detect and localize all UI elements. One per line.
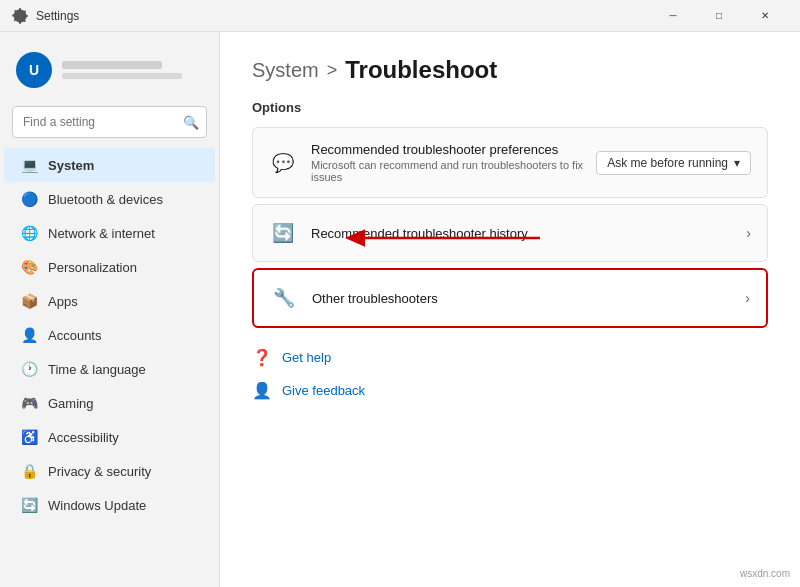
user-email <box>62 73 182 79</box>
setting-icon-recommended-prefs: 💬 <box>269 149 297 177</box>
nav-icon-time: 🕐 <box>20 360 38 378</box>
section-label: Options <box>252 100 768 115</box>
action-label-recommended-prefs: Ask me before running <box>607 156 728 170</box>
breadcrumb-separator: > <box>327 60 338 81</box>
breadcrumb-parent[interactable]: System <box>252 59 319 82</box>
nav-list: 💻 System🔵 Bluetooth & devices🌐 Network &… <box>0 148 219 522</box>
nav-label-windowsupdate: Windows Update <box>48 498 146 513</box>
breadcrumb-current: Troubleshoot <box>345 56 497 84</box>
nav-icon-personalization: 🎨 <box>20 258 38 276</box>
setting-row-other-troubleshooters[interactable]: 🔧 Other troubleshooters › <box>252 268 768 328</box>
nav-icon-accessibility: ♿ <box>20 428 38 446</box>
sidebar-item-accessibility[interactable]: ♿ Accessibility <box>4 420 215 454</box>
setting-title-other-troubleshooters: Other troubleshooters <box>312 291 745 306</box>
nav-label-privacy: Privacy & security <box>48 464 151 479</box>
minimize-button[interactable]: ─ <box>650 0 696 32</box>
extra-link-label-get-help: Get help <box>282 350 331 365</box>
nav-icon-privacy: 🔒 <box>20 462 38 480</box>
app-container: U 🔍 💻 System🔵 Bluetooth & devices🌐 Netwo… <box>0 32 800 587</box>
watermark: wsxdn.com <box>740 568 790 579</box>
extra-link-icon-give-feedback: 👤 <box>252 381 272 400</box>
extra-link-label-give-feedback: Give feedback <box>282 383 365 398</box>
chevron-icon-recommended-history: › <box>746 225 751 241</box>
search-icon: 🔍 <box>183 115 199 130</box>
nav-icon-system: 💻 <box>20 156 38 174</box>
nav-label-accessibility: Accessibility <box>48 430 119 445</box>
red-arrow-annotation <box>340 218 540 258</box>
nav-icon-network: 🌐 <box>20 224 38 242</box>
nav-icon-gaming: 🎮 <box>20 394 38 412</box>
setting-icon-recommended-history: 🔄 <box>269 219 297 247</box>
search-box: 🔍 <box>12 106 207 138</box>
breadcrumb: System > Troubleshoot <box>252 56 768 84</box>
sidebar-item-personalization[interactable]: 🎨 Personalization <box>4 250 215 284</box>
nav-label-accounts: Accounts <box>48 328 101 343</box>
search-input[interactable] <box>12 106 207 138</box>
setting-title-recommended-prefs: Recommended troubleshooter preferences <box>311 142 596 157</box>
dropdown-chevron-recommended-prefs: ▾ <box>734 156 740 170</box>
titlebar: Settings ─ □ ✕ <box>0 0 800 32</box>
user-info <box>62 61 182 79</box>
close-button[interactable]: ✕ <box>742 0 788 32</box>
setting-row-recommended-prefs[interactable]: 💬 Recommended troubleshooter preferences… <box>252 127 768 198</box>
setting-icon-other-troubleshooters: 🔧 <box>270 284 298 312</box>
user-name <box>62 61 162 69</box>
setting-text-other-troubleshooters: Other troubleshooters <box>312 291 745 306</box>
nav-label-gaming: Gaming <box>48 396 94 411</box>
nav-label-apps: Apps <box>48 294 78 309</box>
titlebar-title: Settings <box>36 9 79 23</box>
titlebar-left: Settings <box>12 8 79 24</box>
setting-desc-recommended-prefs: Microsoft can recommend and run troubles… <box>311 159 596 183</box>
nav-icon-apps: 📦 <box>20 292 38 310</box>
sidebar-item-gaming[interactable]: 🎮 Gaming <box>4 386 215 420</box>
sidebar-item-network[interactable]: 🌐 Network & internet <box>4 216 215 250</box>
chevron-icon-other-troubleshooters: › <box>745 290 750 306</box>
nav-label-network: Network & internet <box>48 226 155 241</box>
setting-text-recommended-prefs: Recommended troubleshooter preferences M… <box>311 142 596 183</box>
user-profile: U <box>0 44 219 100</box>
maximize-button[interactable]: □ <box>696 0 742 32</box>
main-content: System > Troubleshoot Options 💬 Recommen… <box>220 32 800 587</box>
extra-link-give-feedback[interactable]: 👤 Give feedback <box>252 377 768 404</box>
nav-icon-bluetooth: 🔵 <box>20 190 38 208</box>
nav-label-personalization: Personalization <box>48 260 137 275</box>
nav-icon-windowsupdate: 🔄 <box>20 496 38 514</box>
setting-action-recommended-prefs[interactable]: Ask me before running ▾ <box>596 151 751 175</box>
titlebar-controls: ─ □ ✕ <box>650 0 788 32</box>
extra-link-get-help[interactable]: ❓ Get help <box>252 344 768 371</box>
avatar: U <box>16 52 52 88</box>
extra-link-icon-get-help: ❓ <box>252 348 272 367</box>
sidebar: U 🔍 💻 System🔵 Bluetooth & devices🌐 Netwo… <box>0 32 220 587</box>
sidebar-item-time[interactable]: 🕐 Time & language <box>4 352 215 386</box>
nav-label-bluetooth: Bluetooth & devices <box>48 192 163 207</box>
sidebar-item-bluetooth[interactable]: 🔵 Bluetooth & devices <box>4 182 215 216</box>
settings-icon <box>12 8 28 24</box>
sidebar-item-accounts[interactable]: 👤 Accounts <box>4 318 215 352</box>
nav-label-time: Time & language <box>48 362 146 377</box>
nav-icon-accounts: 👤 <box>20 326 38 344</box>
sidebar-item-system[interactable]: 💻 System <box>4 148 215 182</box>
sidebar-item-windowsupdate[interactable]: 🔄 Windows Update <box>4 488 215 522</box>
extra-links: ❓ Get help👤 Give feedback <box>252 344 768 404</box>
nav-label-system: System <box>48 158 94 173</box>
sidebar-item-privacy[interactable]: 🔒 Privacy & security <box>4 454 215 488</box>
sidebar-item-apps[interactable]: 📦 Apps <box>4 284 215 318</box>
